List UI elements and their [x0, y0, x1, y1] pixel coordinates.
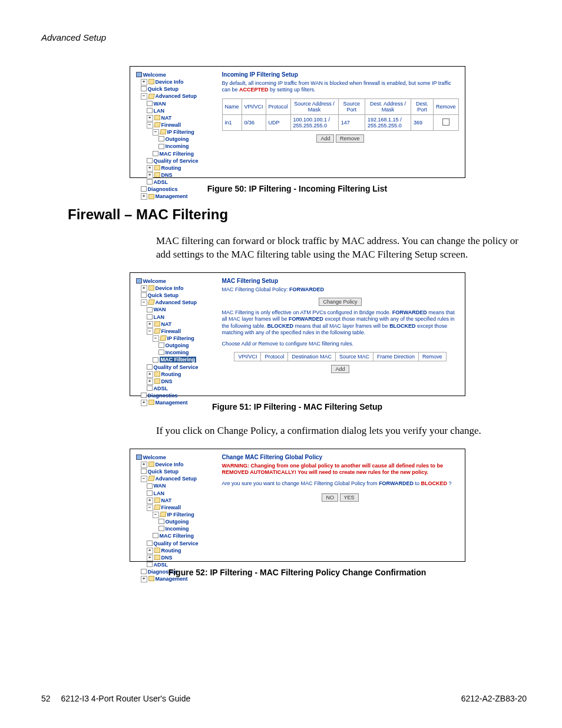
expand-icon[interactable]: + — [147, 555, 153, 561]
tree-management[interactable]: Management — [156, 400, 188, 406]
expand-icon[interactable]: + — [147, 321, 153, 328]
tree-welcome[interactable]: Welcome — [143, 454, 166, 460]
tree-firewall[interactable]: Firewall — [161, 505, 181, 510]
expand-icon[interactable]: + — [141, 400, 147, 406]
expand-icon[interactable]: + — [141, 462, 147, 468]
tree-dns[interactable]: DNS — [161, 172, 173, 178]
content-column: Welcome +Device Info Quick Setup −Advanc… — [68, 66, 527, 577]
expand-icon[interactable]: + — [141, 193, 147, 200]
tree-dns[interactable]: DNS — [161, 555, 173, 561]
cell-dst-addr: 192.168.1.15 /255.255.255.0 — [365, 114, 411, 130]
nav-tree: Welcome +Device Info Quick Setup −Advanc… — [136, 71, 216, 172]
tree-ip-filtering[interactable]: IP Filtering — [167, 335, 194, 341]
mth-src-mac: Source MAC — [336, 353, 373, 361]
folder-open-icon — [154, 328, 161, 334]
add-button[interactable]: Add — [316, 134, 334, 143]
tree-routing[interactable]: Routing — [161, 548, 181, 554]
tree-advanced-setup[interactable]: Advanced Setup — [156, 93, 197, 99]
expand-icon[interactable]: + — [141, 79, 147, 85]
tree-firewall[interactable]: Firewall — [161, 122, 181, 128]
doc-number: 6212-A2-ZB83-20 — [461, 694, 527, 703]
expand-icon[interactable]: + — [141, 576, 147, 582]
tree-lan[interactable]: LAN — [154, 490, 165, 496]
expand-icon[interactable]: + — [147, 165, 153, 172]
tree-adsl[interactable]: ADSL — [154, 562, 168, 568]
expand-icon[interactable]: + — [147, 172, 153, 179]
monitor-icon — [136, 454, 142, 460]
tree-quick-setup[interactable]: Quick Setup — [148, 469, 179, 475]
tree-qos[interactable]: Quality of Service — [154, 158, 199, 164]
collapse-icon[interactable]: − — [141, 476, 147, 482]
tree-nat[interactable]: NAT — [161, 498, 172, 503]
expand-icon[interactable]: + — [147, 548, 153, 554]
tree-diagnostics[interactable]: Diagnostics — [148, 186, 178, 192]
collapse-icon[interactable]: − — [147, 505, 153, 511]
tree-quick-setup[interactable]: Quick Setup — [148, 86, 179, 92]
collapse-icon[interactable]: − — [153, 512, 159, 518]
tree-mac-filtering[interactable]: MAC Filtering — [160, 533, 194, 539]
remove-button[interactable]: Remove — [336, 134, 364, 143]
cell-vpivci: 0/36 — [242, 114, 266, 130]
tree-routing[interactable]: Routing — [161, 371, 181, 377]
tree-adsl[interactable]: ADSL — [154, 386, 168, 391]
tree-lan[interactable]: LAN — [154, 314, 165, 320]
tree-outgoing[interactable]: Outgoing — [166, 342, 189, 348]
tree-nat[interactable]: NAT — [161, 321, 172, 327]
tree-device-info[interactable]: Device Info — [156, 285, 184, 291]
no-button[interactable]: NO — [322, 493, 338, 502]
tree-wan[interactable]: WAN — [154, 101, 166, 107]
tree-dns[interactable]: DNS — [161, 378, 173, 384]
expand-icon[interactable]: + — [147, 371, 153, 378]
tree-wan[interactable]: WAN — [154, 307, 166, 312]
tree-nat[interactable]: NAT — [161, 115, 172, 121]
tree-advanced-setup[interactable]: Advanced Setup — [156, 476, 197, 482]
page-icon — [141, 393, 147, 398]
tree-adsl[interactable]: ADSL — [154, 179, 168, 185]
collapse-icon[interactable]: − — [141, 93, 147, 100]
tree-quick-setup[interactable]: Quick Setup — [148, 292, 179, 298]
add-button[interactable]: Add — [331, 365, 349, 373]
tree-mac-filtering-active[interactable]: MAC Filtering — [160, 357, 197, 363]
guide-title: 6212-I3 4-Port Router User's Guide — [61, 694, 190, 703]
mth-frame-dir: Frame Direction — [373, 353, 419, 361]
nav-tree: Welcome +Device Info Quick Setup −Advanc… — [136, 454, 216, 555]
tree-qos[interactable]: Quality of Service — [154, 364, 199, 370]
tree-welcome[interactable]: Welcome — [143, 278, 166, 284]
expand-icon[interactable]: + — [147, 115, 153, 121]
figure-52-box: Welcome +Device Info Quick Setup −Advanc… — [130, 449, 465, 562]
tree-incoming[interactable]: Incoming — [166, 143, 189, 149]
tree-mac-filtering[interactable]: MAC Filtering — [160, 151, 194, 157]
change-policy-button[interactable]: Change Policy — [319, 298, 361, 306]
f52-title: Change MAC Filtering Global Policy — [222, 454, 459, 460]
tree-advanced-setup[interactable]: Advanced Setup — [156, 299, 197, 305]
tree-firewall[interactable]: Firewall — [161, 328, 181, 334]
cell-dst-port: 369 — [411, 114, 434, 130]
tree-incoming[interactable]: Incoming — [166, 350, 189, 355]
folder-icon — [154, 548, 160, 553]
collapse-icon[interactable]: − — [153, 129, 159, 136]
remove-checkbox[interactable] — [442, 118, 449, 126]
tree-qos[interactable]: Quality of Service — [154, 541, 199, 546]
tree-wan[interactable]: WAN — [154, 483, 166, 489]
tree-device-info[interactable]: Device Info — [156, 79, 184, 85]
tree-device-info[interactable]: Device Info — [156, 462, 184, 467]
yes-button[interactable]: YES — [340, 493, 359, 502]
tree-outgoing[interactable]: Outgoing — [166, 519, 189, 525]
tree-management[interactable]: Management — [156, 193, 188, 199]
collapse-icon[interactable]: − — [153, 335, 159, 342]
tree-diagnostics[interactable]: Diagnostics — [148, 393, 178, 398]
tree-lan[interactable]: LAN — [154, 108, 165, 114]
collapse-icon[interactable]: − — [141, 299, 147, 306]
expand-icon[interactable]: + — [141, 285, 147, 292]
page-icon — [147, 158, 153, 163]
tree-ip-filtering[interactable]: IP Filtering — [167, 129, 194, 135]
tree-welcome[interactable]: Welcome — [143, 72, 166, 78]
collapse-icon[interactable]: − — [147, 122, 153, 129]
tree-outgoing[interactable]: Outgoing — [166, 136, 189, 142]
expand-icon[interactable]: + — [147, 378, 153, 385]
tree-routing[interactable]: Routing — [161, 165, 181, 171]
tree-ip-filtering[interactable]: IP Filtering — [167, 512, 194, 518]
tree-incoming[interactable]: Incoming — [166, 526, 189, 532]
collapse-icon[interactable]: − — [147, 328, 153, 335]
expand-icon[interactable]: + — [147, 498, 153, 504]
